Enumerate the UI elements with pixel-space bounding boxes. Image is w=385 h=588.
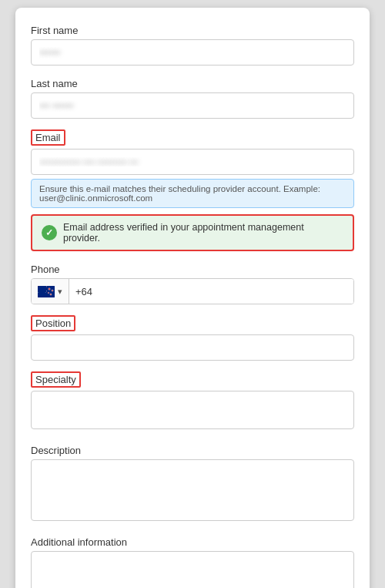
nz-flag-icon xyxy=(38,286,55,297)
email-label: Email xyxy=(31,129,65,146)
phone-label: Phone xyxy=(31,264,60,275)
specialty-field: Specialty xyxy=(31,371,354,432)
phone-country-code: +64 xyxy=(69,286,99,297)
dropdown-arrow-icon: ▾ xyxy=(58,287,62,297)
first-name-label: First name xyxy=(31,25,78,36)
svg-line-2 xyxy=(38,286,46,292)
description-label: Description xyxy=(31,445,81,456)
svg-rect-5 xyxy=(41,286,43,292)
verified-check-icon xyxy=(42,225,57,240)
position-field: Position xyxy=(31,315,354,361)
position-input[interactable] xyxy=(31,334,354,361)
description-field: Description xyxy=(31,443,354,524)
first-name-field: First name xyxy=(31,23,354,66)
additional-info-label: Additional information xyxy=(31,536,127,548)
svg-point-10 xyxy=(52,290,53,291)
last-name-field: Last name xyxy=(31,76,354,119)
svg-point-11 xyxy=(50,294,52,295)
first-name-input[interactable] xyxy=(31,39,354,66)
position-label: Position xyxy=(31,315,75,331)
last-name-label: Last name xyxy=(31,78,78,89)
phone-field: Phone xyxy=(31,262,354,304)
additional-info-field: Additional information xyxy=(31,535,354,588)
email-hint: Ensure this e-mail matches their schedul… xyxy=(31,179,354,208)
last-name-input[interactable] xyxy=(31,92,354,119)
svg-rect-8 xyxy=(38,287,46,289)
svg-rect-6 xyxy=(38,287,46,290)
specialty-input[interactable] xyxy=(31,391,354,429)
svg-line-4 xyxy=(38,286,46,292)
form-card: First name Last name Email Ensure this e… xyxy=(15,8,370,588)
phone-number-input[interactable] xyxy=(99,279,353,304)
additional-info-input[interactable] xyxy=(31,551,354,588)
specialty-label: Specialty xyxy=(31,371,81,388)
verified-text: Email address verified in your appointme… xyxy=(63,222,343,244)
description-input[interactable] xyxy=(31,459,354,521)
svg-line-3 xyxy=(38,286,46,292)
phone-flag-selector[interactable]: ▾ xyxy=(32,279,69,304)
svg-line-1 xyxy=(38,286,46,292)
phone-input-wrapper: ▾ +64 xyxy=(31,278,354,304)
svg-point-9 xyxy=(49,287,50,289)
email-verified-banner: Email address verified in your appointme… xyxy=(31,214,354,251)
email-input[interactable] xyxy=(31,149,354,175)
svg-point-12 xyxy=(48,292,49,294)
svg-rect-7 xyxy=(42,286,43,292)
email-field: Email Ensure this e-mail matches their s… xyxy=(31,129,354,251)
